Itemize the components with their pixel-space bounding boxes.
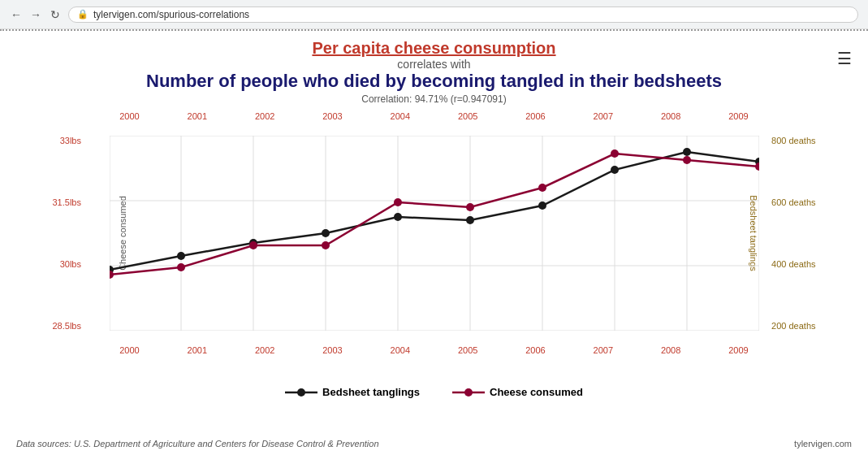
chart-svg-area: Cheese consumed Bedsheet tanglings <box>110 136 759 331</box>
x-bot-2006: 2006 <box>515 345 555 355</box>
legend-cheese-label: Cheese consumed <box>490 386 583 398</box>
page-content: Per capita cheese consumption correlates… <box>0 31 868 406</box>
lock-icon: 🔒 <box>77 9 89 20</box>
legend-cheese: Cheese consumed <box>452 386 583 398</box>
cheese-dot-5 <box>466 203 474 211</box>
cheese-dot-8 <box>683 156 691 164</box>
credit: tylervigen.com <box>794 439 852 448</box>
x-top-2003: 2003 <box>312 111 352 121</box>
x-bot-2007: 2007 <box>583 345 624 355</box>
forward-button[interactable]: → <box>29 8 42 21</box>
cheese-dot-7 <box>611 150 619 158</box>
x-bot-2005: 2005 <box>447 345 488 355</box>
correlation-text: Correlation: 94.71% (r=0.947091) <box>16 93 852 105</box>
y-left-315: 31.5lbs <box>53 197 81 207</box>
x-bot-2004: 2004 <box>380 345 421 355</box>
bedsheet-dot-8 <box>683 148 691 156</box>
legend-bedsheet-label: Bedsheet tanglings <box>322 386 420 398</box>
x-top-2008: 2008 <box>650 111 691 121</box>
refresh-button[interactable]: ↻ <box>49 8 62 21</box>
hamburger-menu[interactable]: ☰ <box>837 49 852 68</box>
svg-point-15 <box>297 388 305 396</box>
svg-point-17 <box>464 388 473 396</box>
bedsheet-dot-6 <box>538 202 546 210</box>
x-top-2007: 2007 <box>583 111 624 121</box>
chart-container: 2000 2001 2002 2003 2004 2005 2006 2007 … <box>53 111 816 379</box>
y-right-800: 800 deaths <box>771 136 815 145</box>
x-top-2000: 2000 <box>110 111 150 121</box>
bedsheet-dot-1 <box>177 252 185 260</box>
title-section: Per capita cheese consumption correlates… <box>16 39 852 105</box>
y-axis-right: 800 deaths 600 deaths 400 deaths 200 dea… <box>768 136 815 331</box>
url-text: tylervigen.com/spurious-correlations <box>93 9 249 20</box>
x-top-2006: 2006 <box>515 111 555 121</box>
y-right-400: 400 deaths <box>771 259 815 269</box>
y-left-285: 28.5lbs <box>53 321 81 331</box>
y-left-30: 30lbs <box>60 259 81 269</box>
y-left-33: 33lbs <box>60 136 81 145</box>
data-sources: Data sources: U.S. Department of Agricul… <box>16 439 379 448</box>
correlates-text: correlates with <box>16 58 852 71</box>
x-top-2002: 2002 <box>244 111 285 121</box>
y-right-200: 200 deaths <box>771 321 815 331</box>
chart-title-red: Per capita cheese consumption <box>16 39 852 58</box>
cheese-dot-4 <box>394 198 402 206</box>
back-button[interactable]: ← <box>10 8 23 21</box>
x-top-2001: 2001 <box>177 111 218 121</box>
x-top-2009: 2009 <box>718 111 758 121</box>
cheese-dot-2 <box>249 241 257 249</box>
cheese-line <box>110 154 759 275</box>
legend-cheese-line-svg <box>452 387 485 398</box>
browser-bar: ← → ↻ 🔒 tylervigen.com/spurious-correlat… <box>0 0 868 29</box>
cheese-dot-3 <box>322 241 330 249</box>
x-axis-top: 2000 2001 2002 2003 2004 2005 2006 2007 … <box>110 111 759 121</box>
bedsheet-line <box>110 152 759 270</box>
bedsheet-dot-3 <box>322 229 330 237</box>
legend-bedsheet: Bedsheet tanglings <box>285 386 420 398</box>
x-top-2004: 2004 <box>380 111 421 121</box>
x-bot-2001: 2001 <box>177 345 218 355</box>
x-bot-2009: 2009 <box>718 345 758 355</box>
x-top-2005: 2005 <box>447 111 488 121</box>
x-bot-2008: 2008 <box>650 345 691 355</box>
x-bot-2000: 2000 <box>110 345 150 355</box>
cheese-dot-1 <box>177 263 185 271</box>
cheese-dot-6 <box>538 184 546 192</box>
address-bar[interactable]: 🔒 tylervigen.com/spurious-correlations <box>68 6 858 23</box>
bedsheet-dot-7 <box>611 166 619 174</box>
y-axis-left: 33lbs 31.5lbs 30lbs 28.5lbs <box>53 136 84 331</box>
main-chart <box>110 136 759 331</box>
x-bot-2003: 2003 <box>312 345 352 355</box>
chart-legend: Bedsheet tanglings Cheese consumed <box>16 386 852 398</box>
x-bot-2002: 2002 <box>244 345 285 355</box>
chart-title-blue: Number of people who died by becoming ta… <box>16 71 852 92</box>
bedsheet-dot-4 <box>394 213 402 221</box>
y-right-600: 600 deaths <box>771 197 815 207</box>
x-axis-bottom: 2000 2001 2002 2003 2004 2005 2006 2007 … <box>110 345 759 355</box>
bedsheet-dot-5 <box>466 216 474 224</box>
legend-bedsheet-line-svg <box>285 387 317 398</box>
